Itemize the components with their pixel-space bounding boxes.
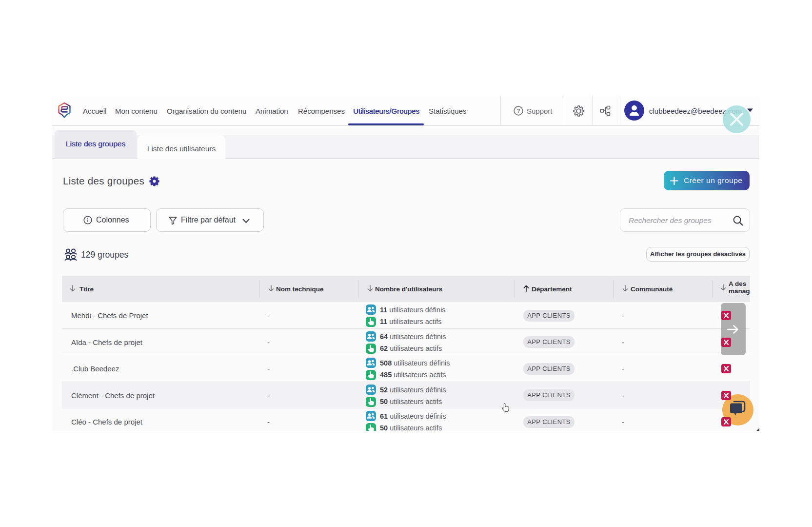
svg-text:?: ? (516, 108, 520, 114)
